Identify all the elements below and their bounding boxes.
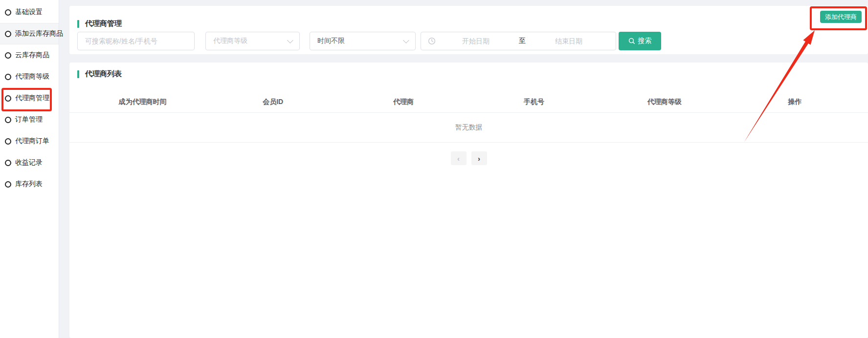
chevron-down-icon (287, 37, 293, 43)
agent-level-select-value: 代理商等级 (213, 37, 247, 45)
sidebar-item-label: 添加云库存商品 (15, 29, 63, 38)
date-range-picker[interactable]: 至 (421, 32, 616, 50)
table-header-agent-level: 代理商等级 (599, 98, 730, 106)
agent-list-title: 代理商列表 (85, 69, 122, 79)
table-header-phone: 手机号 (468, 98, 599, 106)
radio-circle-icon (5, 9, 11, 16)
sidebar-item-label: 基础设置 (15, 8, 43, 17)
filter-card: 代理商管理 代理商等级 时间不限 至 搜索 (69, 6, 868, 54)
empty-text: 暂无数据 (455, 123, 483, 132)
end-date-input[interactable] (529, 37, 609, 45)
table-empty-state: 暂无数据 (69, 113, 868, 143)
table-header-become-time: 成为代理商时间 (77, 98, 208, 106)
radio-circle-icon (5, 160, 11, 166)
pagination-prev-button[interactable]: ‹ (451, 151, 467, 165)
clock-icon (428, 37, 436, 45)
radio-circle-icon (5, 52, 11, 59)
title-accent-bar (77, 70, 79, 78)
sidebar-item-label: 代理商订单 (15, 137, 49, 146)
date-range-separator: 至 (516, 37, 529, 45)
sidebar: 基础设置 添加云库存商品 云库存商品 代理商等级 代理商管理 订单管理 代理商订… (0, 0, 59, 338)
table-header-actions: 操作 (730, 98, 860, 106)
chevron-down-icon (403, 37, 409, 43)
sidebar-item-inventory-list[interactable]: 库存列表 (0, 173, 59, 195)
sidebar-item-label: 库存列表 (15, 180, 43, 189)
sidebar-item-label: 订单管理 (15, 115, 43, 124)
search-icon (628, 38, 635, 44)
section-title-agent-management: 代理商管理 (77, 19, 122, 28)
sidebar-item-label: 云库存商品 (15, 51, 49, 60)
search-input[interactable] (77, 32, 195, 50)
radio-circle-icon (5, 181, 11, 188)
title-accent-bar (77, 20, 79, 28)
radio-circle-icon (5, 138, 11, 145)
sidebar-item-label: 代理商等级 (15, 72, 49, 81)
start-date-input[interactable] (436, 37, 516, 45)
sidebar-item-agent-management[interactable]: 代理商管理 (0, 87, 59, 109)
radio-circle-icon (5, 74, 11, 80)
radio-circle-icon (5, 117, 11, 123)
radio-circle-icon (5, 31, 11, 37)
agent-list-card: 代理商列表 成为代理商时间 会员ID 代理商 手机号 代理商等级 操作 暂无数据… (69, 63, 868, 338)
sidebar-item-cloud-products[interactable]: 云库存商品 (0, 44, 59, 66)
page-title: 代理商管理 (85, 19, 122, 28)
search-button[interactable]: 搜索 (619, 32, 661, 50)
table-header-member-id: 会员ID (208, 98, 338, 106)
time-range-select-value: 时间不限 (317, 37, 345, 45)
sidebar-item-label: 代理商管理 (15, 94, 49, 103)
radio-circle-icon (5, 95, 11, 102)
sidebar-item-income-records[interactable]: 收益记录 (0, 152, 59, 173)
sidebar-item-agent-level[interactable]: 代理商等级 (0, 66, 59, 87)
table-header-agent: 代理商 (338, 98, 469, 106)
sidebar-item-label: 收益记录 (15, 158, 43, 167)
add-agent-button[interactable]: 添加代理商 (820, 11, 862, 23)
filter-row: 代理商等级 时间不限 至 搜索 (77, 32, 661, 50)
pagination: ‹ › (69, 151, 868, 165)
sidebar-item-add-cloud-product[interactable]: 添加云库存商品 (0, 23, 59, 44)
sidebar-item-base-settings[interactable]: 基础设置 (0, 1, 59, 23)
time-range-select[interactable]: 时间不限 (310, 32, 416, 50)
table-header-row: 成为代理商时间 会员ID 代理商 手机号 代理商等级 操作 (69, 92, 868, 113)
search-button-label: 搜索 (638, 37, 652, 45)
sidebar-item-agent-orders[interactable]: 代理商订单 (0, 130, 59, 152)
section-title-agent-list: 代理商列表 (77, 69, 122, 79)
agent-level-select[interactable]: 代理商等级 (205, 32, 300, 50)
pagination-next-button[interactable]: › (471, 151, 487, 165)
sidebar-item-order-management[interactable]: 订单管理 (0, 109, 59, 130)
